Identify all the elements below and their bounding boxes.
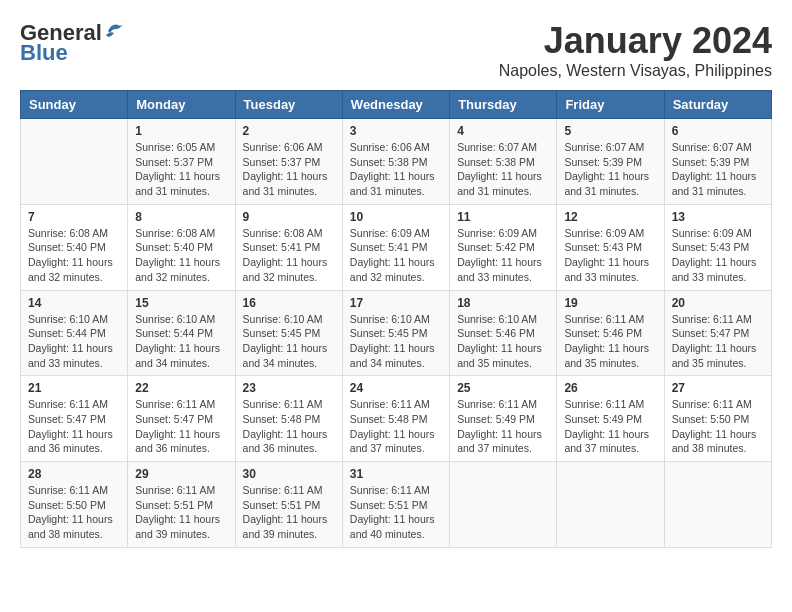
daylight-text: Daylight: 11 hours and 34 minutes. bbox=[135, 341, 227, 370]
day-number: 30 bbox=[243, 467, 335, 481]
calendar-cell: 14Sunrise: 6:10 AMSunset: 5:44 PMDayligh… bbox=[21, 290, 128, 376]
header-day-wednesday: Wednesday bbox=[342, 91, 449, 119]
sunset-text: Sunset: 5:43 PM bbox=[672, 240, 764, 255]
sunset-text: Sunset: 5:42 PM bbox=[457, 240, 549, 255]
daylight-text: Daylight: 11 hours and 31 minutes. bbox=[672, 169, 764, 198]
day-number: 25 bbox=[457, 381, 549, 395]
calendar-cell: 30Sunrise: 6:11 AMSunset: 5:51 PMDayligh… bbox=[235, 462, 342, 548]
sunset-text: Sunset: 5:38 PM bbox=[457, 155, 549, 170]
daylight-text: Daylight: 11 hours and 40 minutes. bbox=[350, 512, 442, 541]
sunset-text: Sunset: 5:49 PM bbox=[457, 412, 549, 427]
sunset-text: Sunset: 5:41 PM bbox=[243, 240, 335, 255]
daylight-text: Daylight: 11 hours and 31 minutes. bbox=[243, 169, 335, 198]
day-number: 1 bbox=[135, 124, 227, 138]
logo: General Blue bbox=[20, 20, 126, 66]
calendar-cell bbox=[21, 119, 128, 205]
sunset-text: Sunset: 5:40 PM bbox=[28, 240, 120, 255]
daylight-text: Daylight: 11 hours and 39 minutes. bbox=[243, 512, 335, 541]
day-info: Sunrise: 6:08 AMSunset: 5:40 PMDaylight:… bbox=[28, 226, 120, 285]
header-row: SundayMondayTuesdayWednesdayThursdayFrid… bbox=[21, 91, 772, 119]
day-number: 22 bbox=[135, 381, 227, 395]
calendar-cell: 19Sunrise: 6:11 AMSunset: 5:46 PMDayligh… bbox=[557, 290, 664, 376]
sunrise-text: Sunrise: 6:10 AM bbox=[135, 312, 227, 327]
sunrise-text: Sunrise: 6:11 AM bbox=[457, 397, 549, 412]
calendar-cell: 27Sunrise: 6:11 AMSunset: 5:50 PMDayligh… bbox=[664, 376, 771, 462]
day-number: 14 bbox=[28, 296, 120, 310]
sunrise-text: Sunrise: 6:10 AM bbox=[350, 312, 442, 327]
calendar-cell: 1Sunrise: 6:05 AMSunset: 5:37 PMDaylight… bbox=[128, 119, 235, 205]
sunrise-text: Sunrise: 6:07 AM bbox=[564, 140, 656, 155]
day-number: 12 bbox=[564, 210, 656, 224]
daylight-text: Daylight: 11 hours and 31 minutes. bbox=[135, 169, 227, 198]
sunrise-text: Sunrise: 6:09 AM bbox=[350, 226, 442, 241]
week-row-2: 7Sunrise: 6:08 AMSunset: 5:40 PMDaylight… bbox=[21, 204, 772, 290]
day-info: Sunrise: 6:11 AMSunset: 5:48 PMDaylight:… bbox=[243, 397, 335, 456]
day-info: Sunrise: 6:11 AMSunset: 5:51 PMDaylight:… bbox=[243, 483, 335, 542]
sunset-text: Sunset: 5:51 PM bbox=[135, 498, 227, 513]
week-row-4: 21Sunrise: 6:11 AMSunset: 5:47 PMDayligh… bbox=[21, 376, 772, 462]
header-day-sunday: Sunday bbox=[21, 91, 128, 119]
sunrise-text: Sunrise: 6:11 AM bbox=[564, 312, 656, 327]
day-number: 4 bbox=[457, 124, 549, 138]
day-number: 27 bbox=[672, 381, 764, 395]
calendar-cell: 8Sunrise: 6:08 AMSunset: 5:40 PMDaylight… bbox=[128, 204, 235, 290]
calendar-cell: 18Sunrise: 6:10 AMSunset: 5:46 PMDayligh… bbox=[450, 290, 557, 376]
day-info: Sunrise: 6:10 AMSunset: 5:44 PMDaylight:… bbox=[28, 312, 120, 371]
sunrise-text: Sunrise: 6:08 AM bbox=[243, 226, 335, 241]
sunset-text: Sunset: 5:37 PM bbox=[135, 155, 227, 170]
logo-bird-icon bbox=[104, 21, 126, 41]
day-info: Sunrise: 6:10 AMSunset: 5:44 PMDaylight:… bbox=[135, 312, 227, 371]
daylight-text: Daylight: 11 hours and 34 minutes. bbox=[243, 341, 335, 370]
day-number: 7 bbox=[28, 210, 120, 224]
title-section: January 2024 Napoles, Western Visayas, P… bbox=[499, 20, 772, 80]
sunset-text: Sunset: 5:47 PM bbox=[672, 326, 764, 341]
daylight-text: Daylight: 11 hours and 33 minutes. bbox=[28, 341, 120, 370]
day-info: Sunrise: 6:11 AMSunset: 5:48 PMDaylight:… bbox=[350, 397, 442, 456]
daylight-text: Daylight: 11 hours and 31 minutes. bbox=[564, 169, 656, 198]
header-day-monday: Monday bbox=[128, 91, 235, 119]
sunrise-text: Sunrise: 6:10 AM bbox=[243, 312, 335, 327]
sunrise-text: Sunrise: 6:11 AM bbox=[243, 483, 335, 498]
sunset-text: Sunset: 5:44 PM bbox=[135, 326, 227, 341]
calendar-cell: 11Sunrise: 6:09 AMSunset: 5:42 PMDayligh… bbox=[450, 204, 557, 290]
day-info: Sunrise: 6:05 AMSunset: 5:37 PMDaylight:… bbox=[135, 140, 227, 199]
calendar-header: SundayMondayTuesdayWednesdayThursdayFrid… bbox=[21, 91, 772, 119]
day-number: 23 bbox=[243, 381, 335, 395]
daylight-text: Daylight: 11 hours and 32 minutes. bbox=[135, 255, 227, 284]
sunrise-text: Sunrise: 6:07 AM bbox=[672, 140, 764, 155]
sunrise-text: Sunrise: 6:09 AM bbox=[564, 226, 656, 241]
calendar-cell: 22Sunrise: 6:11 AMSunset: 5:47 PMDayligh… bbox=[128, 376, 235, 462]
sunrise-text: Sunrise: 6:10 AM bbox=[28, 312, 120, 327]
day-number: 31 bbox=[350, 467, 442, 481]
day-info: Sunrise: 6:07 AMSunset: 5:38 PMDaylight:… bbox=[457, 140, 549, 199]
sunrise-text: Sunrise: 6:11 AM bbox=[350, 397, 442, 412]
calendar-cell: 6Sunrise: 6:07 AMSunset: 5:39 PMDaylight… bbox=[664, 119, 771, 205]
daylight-text: Daylight: 11 hours and 37 minutes. bbox=[350, 427, 442, 456]
sunset-text: Sunset: 5:46 PM bbox=[564, 326, 656, 341]
sunset-text: Sunset: 5:44 PM bbox=[28, 326, 120, 341]
sunset-text: Sunset: 5:49 PM bbox=[564, 412, 656, 427]
day-number: 6 bbox=[672, 124, 764, 138]
day-info: Sunrise: 6:06 AMSunset: 5:38 PMDaylight:… bbox=[350, 140, 442, 199]
calendar-body: 1Sunrise: 6:05 AMSunset: 5:37 PMDaylight… bbox=[21, 119, 772, 548]
sunset-text: Sunset: 5:50 PM bbox=[672, 412, 764, 427]
calendar-cell: 5Sunrise: 6:07 AMSunset: 5:39 PMDaylight… bbox=[557, 119, 664, 205]
day-info: Sunrise: 6:11 AMSunset: 5:46 PMDaylight:… bbox=[564, 312, 656, 371]
calendar-cell: 24Sunrise: 6:11 AMSunset: 5:48 PMDayligh… bbox=[342, 376, 449, 462]
sunset-text: Sunset: 5:51 PM bbox=[350, 498, 442, 513]
day-number: 19 bbox=[564, 296, 656, 310]
sunrise-text: Sunrise: 6:11 AM bbox=[28, 397, 120, 412]
sunset-text: Sunset: 5:48 PM bbox=[350, 412, 442, 427]
week-row-5: 28Sunrise: 6:11 AMSunset: 5:50 PMDayligh… bbox=[21, 462, 772, 548]
sunrise-text: Sunrise: 6:07 AM bbox=[457, 140, 549, 155]
day-info: Sunrise: 6:08 AMSunset: 5:41 PMDaylight:… bbox=[243, 226, 335, 285]
calendar-cell: 13Sunrise: 6:09 AMSunset: 5:43 PMDayligh… bbox=[664, 204, 771, 290]
header-day-tuesday: Tuesday bbox=[235, 91, 342, 119]
location-text: Napoles, Western Visayas, Philippines bbox=[499, 62, 772, 80]
day-info: Sunrise: 6:11 AMSunset: 5:49 PMDaylight:… bbox=[457, 397, 549, 456]
day-info: Sunrise: 6:10 AMSunset: 5:45 PMDaylight:… bbox=[350, 312, 442, 371]
daylight-text: Daylight: 11 hours and 38 minutes. bbox=[672, 427, 764, 456]
header-day-thursday: Thursday bbox=[450, 91, 557, 119]
calendar-cell: 28Sunrise: 6:11 AMSunset: 5:50 PMDayligh… bbox=[21, 462, 128, 548]
day-info: Sunrise: 6:06 AMSunset: 5:37 PMDaylight:… bbox=[243, 140, 335, 199]
